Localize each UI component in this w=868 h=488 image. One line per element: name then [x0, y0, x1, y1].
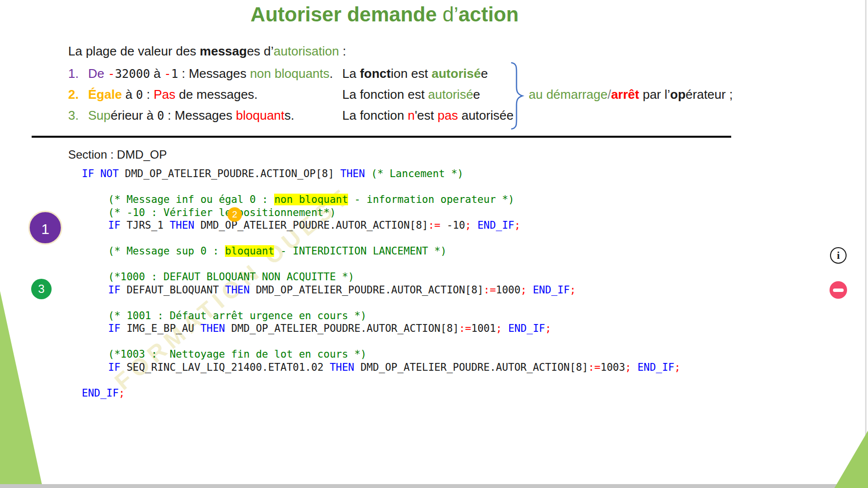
code-line: IF IMG_E_BP_AU THEN DMD_OP_ATELIER_POUDR… — [82, 322, 681, 335]
step-badge-2: 2 — [227, 207, 242, 222]
section-label: Section : DMD_OP — [68, 148, 167, 162]
corner-triangle-right — [834, 431, 868, 488]
divider-line — [32, 136, 731, 138]
info-icon: i — [830, 247, 847, 264]
code-line: IF SEQ_RINC_LAV_LIQ_21400.ETAT01.02 THEN… — [82, 361, 681, 374]
code-line: (*1000 : DEFAUT BLOQUANT NON ACQUITTE *) — [82, 271, 681, 284]
code-line: END_IF; — [82, 387, 681, 400]
code-line — [82, 232, 681, 245]
list-item-2-number: 2. — [68, 84, 88, 105]
list-item-1-number: 1. — [68, 63, 88, 84]
list-item-1-right: La fonction est autorisée — [342, 66, 488, 81]
code-line — [82, 258, 681, 271]
no-entry-icon — [830, 281, 847, 299]
code-line: (* Message sup 0 : bloquant - INTERDICTI… — [82, 245, 681, 258]
list-item-3-number: 3. — [68, 105, 88, 126]
slide: FORMATION OUEST Autoriser demande d’acti… — [0, 0, 868, 488]
code-line: (* Message inf ou égal 0 : non bloquant … — [82, 193, 681, 206]
list-item-1: 1.De -32000 à -1 : Messages non bloquant… — [68, 63, 514, 84]
list-item-3-right: La fonction n'est pas autorisée — [342, 108, 514, 123]
list-item-3-left: Supérieur à 0 : Messages bloquants. — [88, 105, 342, 127]
no-entry-bar — [833, 289, 844, 292]
code-line: IF DEFAUT_BLOQUANT THEN DMD_OP_ATELIER_P… — [82, 284, 681, 297]
list-item-2-right: La fonction est autorisée — [342, 87, 480, 102]
code-line — [82, 374, 681, 387]
slide-right-edge — [865, 0, 867, 484]
code-line: (*1003 : Nettoyage fin de lot en cours *… — [82, 348, 681, 361]
slide-bottom-edge — [0, 484, 868, 488]
code-line: IF TJRS_1 THEN DMD_OP_ATELIER_POUDRE.AUT… — [82, 219, 681, 232]
corner-triangle-left — [0, 291, 42, 484]
curly-brace — [510, 62, 525, 130]
page-title: Autoriser demande d’action — [0, 3, 769, 26]
list-item-3: 3.Supérieur à 0 : Messages bloquants.La … — [68, 105, 514, 126]
code-line: (* 1001 : Défaut arrêt urgence en cours … — [82, 309, 681, 323]
list-item-2-left: Égale à 0 : Pas de messages. — [88, 84, 342, 106]
code-block: IF NOT DMD_OP_ATELIER_POUDRE.ACTION_OP[8… — [82, 167, 681, 399]
code-line: (* -10 : Vérifier le positionnement*) — [82, 206, 681, 219]
value-range-list: 1.De -32000 à -1 : Messages non bloquant… — [68, 63, 514, 126]
code-line — [82, 296, 681, 309]
step-badge-3: 3 — [31, 279, 52, 299]
brace-note: au démarrage/arrêt par l’opérateur ; — [529, 87, 733, 102]
list-item-1-left: De -32000 à -1 : Messages non bloquants. — [88, 63, 342, 85]
code-line: IF NOT DMD_OP_ATELIER_POUDRE.ACTION_OP[8… — [82, 167, 681, 181]
code-line — [82, 335, 681, 348]
step-badge-1: 1 — [28, 211, 62, 245]
intro-text: La plage de valeur des messages d’autori… — [68, 44, 346, 59]
code-line — [82, 181, 681, 194]
list-item-2: 2.Égale à 0 : Pas de messages.La fonctio… — [68, 84, 514, 105]
